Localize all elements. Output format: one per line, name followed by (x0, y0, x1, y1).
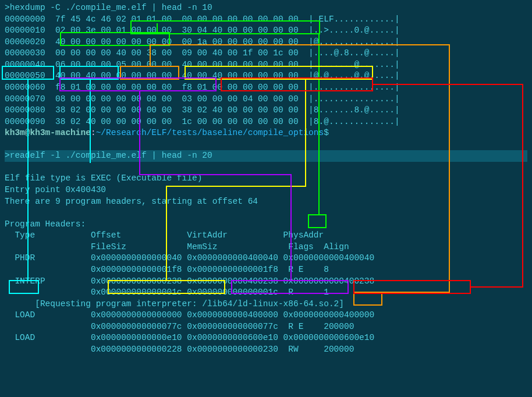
hexdump-row: 00000020 40 00 00 00 00 00 00 00 00 1a 0… (5, 37, 527, 48)
terminal-output: >hexdump -C ./compile_me.elf | head -n 1… (5, 2, 527, 355)
elf-phdr-count: There are 9 program headers, starting at… (5, 196, 527, 208)
ph-entry-row2: 0x000000000000001c 0x000000000000001c R … (5, 287, 527, 299)
hexdump-rows: 00000000 7f 45 4c 46 02 01 01 00 00 00 0… (5, 14, 527, 128)
readelf-command: >readelf -l ./compile_me.elf | head -n 2… (5, 150, 527, 162)
elf-entrypoint: Entry point 0x400430 (5, 185, 527, 196)
ph-entry-row: PHDR 0x0000000000000040 0x00000000004000… (5, 253, 527, 264)
ph-entry-row: INTERP 0x0000000000000238 0x000000000040… (5, 276, 527, 288)
ph-entry-row2: 0x00000000000001f8 0x00000000000001f8 R … (5, 264, 527, 276)
hexdump-row: 00000030 00 00 00 00 40 00 38 00 09 00 4… (5, 48, 527, 59)
ph-entry-row: LOAD 0x0000000000000000 0x00000000004000… (5, 310, 527, 321)
hexdump-command: >hexdump -C ./compile_me.elf | head -n 1… (5, 2, 527, 14)
shell-prompt[interactable]: kh3m@kh3m-machine:~/Research/ELF/tests/b… (5, 127, 527, 139)
hexdump-row: 00000080 38 02 00 00 00 00 00 00 38 02 4… (5, 105, 527, 116)
hexdump-row: 00000070 08 00 00 00 00 00 00 00 03 00 0… (5, 94, 527, 105)
column-headers-1: Type Offset VirtAddr PhysAddr (5, 230, 527, 242)
program-headers-title: Program Headers: (5, 219, 527, 231)
column-headers-2: FileSiz MemSiz Flags Align (5, 242, 527, 253)
hexdump-row: 00000090 38 02 40 00 00 00 00 00 1c 00 0… (5, 116, 527, 128)
ph-entry-row: LOAD 0x0000000000000e10 0x0000000000600e… (5, 332, 527, 344)
hexdump-row: 00000010 02 00 3e 00 01 00 00 00 30 04 4… (5, 25, 527, 37)
program-header-entries: PHDR 0x0000000000000040 0x00000000004000… (5, 253, 527, 355)
hexdump-row: 00000050 40 00 40 00 00 00 00 00 40 00 4… (5, 70, 527, 82)
ph-entry-row2: 0x0000000000000228 0x0000000000000230 RW… (5, 344, 527, 356)
elf-filetype: Elf file type is EXEC (Executable file) (5, 173, 527, 185)
hexdump-row: 00000060 f8 01 00 00 00 00 00 00 f8 01 0… (5, 82, 527, 94)
ph-entry-row2: 0x000000000000077c 0x000000000000077c R … (5, 321, 527, 333)
interpreter-note: [Requesting program interpreter: /lib64/… (5, 299, 527, 310)
hexdump-row: 00000040 06 00 00 00 05 00 00 00 40 00 0… (5, 59, 527, 71)
hexdump-row: 00000000 7f 45 4c 46 02 01 01 00 00 00 0… (5, 14, 527, 26)
